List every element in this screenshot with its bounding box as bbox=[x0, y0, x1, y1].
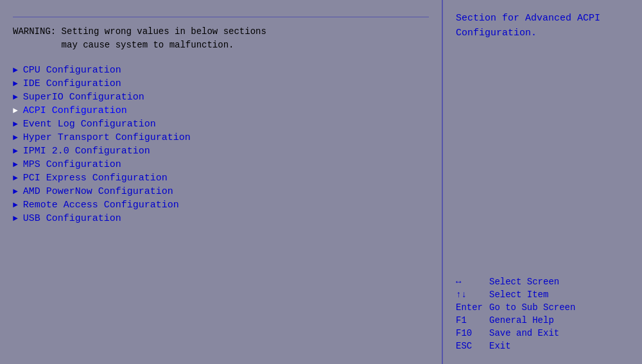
menu-item-label: MPS Configuration bbox=[23, 159, 121, 170]
key-symbol: ↑↓ bbox=[456, 290, 489, 300]
key-symbol: F1 bbox=[456, 315, 489, 325]
key-action: Go to Sub Screen bbox=[489, 302, 575, 313]
key-symbol: Enter bbox=[456, 302, 489, 313]
menu-item[interactable]: ►USB Configuration bbox=[13, 212, 429, 225]
key-help-row: ↑↓Select Item bbox=[456, 288, 629, 301]
menu-item-label: Hyper Transport Configuration bbox=[23, 132, 191, 143]
key-help-row: F10Save and Exit bbox=[456, 327, 629, 340]
arrow-icon: ► bbox=[13, 106, 18, 116]
arrow-icon: ► bbox=[13, 160, 18, 169]
menu-item[interactable]: ►PCI Express Configuration bbox=[13, 171, 429, 185]
key-help-row: ESCExit bbox=[456, 340, 629, 352]
bios-screen: WARNING: Setting wrong values in below s… bbox=[0, 0, 642, 364]
arrow-icon: ► bbox=[13, 214, 18, 223]
menu-item[interactable]: ►CPU Configuration bbox=[13, 64, 429, 77]
menu-item[interactable]: ►AMD PowerNow Configuration bbox=[13, 185, 429, 198]
menu-item[interactable]: ►IDE Configuration bbox=[13, 77, 429, 91]
arrow-icon: ► bbox=[13, 200, 18, 210]
arrow-icon: ► bbox=[13, 92, 18, 102]
menu-item[interactable]: ►IPMI 2.0 Configuration bbox=[13, 144, 429, 158]
menu-item-label: CPU Configuration bbox=[23, 65, 121, 76]
right-panel: Section for Advanced ACPI Configuration.… bbox=[443, 0, 642, 364]
warning-text: WARNING: Setting wrong values in below s… bbox=[13, 25, 429, 52]
menu-item[interactable]: ►ACPI Configuration bbox=[13, 104, 429, 117]
key-action: Exit bbox=[489, 341, 511, 351]
arrow-icon: ► bbox=[13, 119, 18, 129]
key-symbol: F10 bbox=[456, 328, 489, 338]
menu-item-label: ACPI Configuration bbox=[23, 105, 127, 116]
menu-item-label: PCI Express Configuration bbox=[23, 173, 168, 184]
key-action: Select Screen bbox=[489, 277, 559, 287]
arrow-icon: ► bbox=[13, 65, 18, 75]
key-symbol: ↔ bbox=[456, 277, 489, 287]
key-action: Select Item bbox=[489, 290, 548, 300]
key-help-row: EnterGo to Sub Screen bbox=[456, 301, 629, 314]
arrow-icon: ► bbox=[13, 133, 18, 143]
menu-item-label: AMD PowerNow Configuration bbox=[23, 186, 173, 197]
menu-item-label: IDE Configuration bbox=[23, 78, 121, 89]
key-symbol: ESC bbox=[456, 341, 489, 351]
divider bbox=[13, 17, 429, 17]
menu-list: ►CPU Configuration►IDE Configuration►Sup… bbox=[13, 64, 429, 225]
menu-item[interactable]: ►MPS Configuration bbox=[13, 158, 429, 171]
arrow-icon: ► bbox=[13, 187, 18, 196]
menu-item-label: IPMI 2.0 Configuration bbox=[23, 146, 150, 157]
menu-item-label: USB Configuration bbox=[23, 213, 121, 224]
left-panel: WARNING: Setting wrong values in below s… bbox=[0, 0, 443, 364]
menu-item[interactable]: ►SuperIO Configuration bbox=[13, 91, 429, 104]
key-help: ↔Select Screen↑↓Select ItemEnterGo to Su… bbox=[456, 275, 629, 352]
arrow-icon: ► bbox=[13, 173, 18, 183]
section-description: Section for Advanced ACPI Configuration. bbox=[456, 12, 629, 40]
arrow-icon: ► bbox=[13, 79, 18, 89]
key-help-row: F1General Help bbox=[456, 314, 629, 327]
arrow-icon: ► bbox=[13, 146, 18, 156]
key-action: General Help bbox=[489, 315, 554, 325]
key-action: Save and Exit bbox=[489, 328, 559, 338]
menu-item[interactable]: ►Event Log Configuration bbox=[13, 117, 429, 131]
menu-item-label: Event Log Configuration bbox=[23, 119, 156, 130]
key-help-row: ↔Select Screen bbox=[456, 275, 629, 288]
menu-item-label: Remote Access Configuration bbox=[23, 200, 179, 211]
menu-item[interactable]: ►Remote Access Configuration bbox=[13, 198, 429, 212]
menu-item-label: SuperIO Configuration bbox=[23, 92, 144, 103]
menu-item[interactable]: ►Hyper Transport Configuration bbox=[13, 131, 429, 144]
